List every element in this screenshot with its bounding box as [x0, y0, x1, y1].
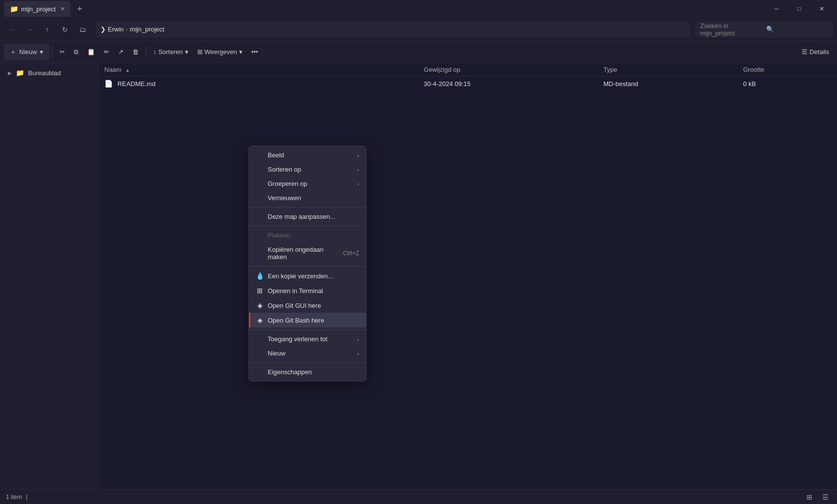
menu-item-label: Open Git GUI here: [268, 302, 321, 309]
tab-label: mijn_project: [21, 5, 56, 13]
window-controls: ─ □ ✕: [765, 0, 833, 18]
list-view-button[interactable]: ☰: [819, 491, 831, 503]
menu-item-label: Beeld: [268, 151, 284, 159]
menu-item-label: Nieuw: [268, 350, 285, 357]
submenu-arrow-icon: ›: [357, 181, 359, 187]
paste-icon: 📋: [87, 48, 95, 56]
delete-button[interactable]: 🗑: [128, 44, 143, 60]
status-bar: 1 item | ⊞ ☰: [0, 489, 837, 504]
menu-item-label: Plakken: [268, 232, 290, 239]
view-chevron-icon: ▾: [239, 48, 243, 56]
column-type[interactable]: Type: [597, 63, 737, 77]
menu-item-icon: ◈: [256, 301, 264, 309]
active-tab[interactable]: 📁 mijn_project ✕: [4, 1, 71, 17]
sidebar: ▶ 📁 Bureaublad: [0, 63, 98, 489]
toolbar: ＋ Nieuw ▾ ✂ ⧉ 📋 ✏ ↗ 🗑 ↕ Sorteren ▾ ⊞ Wee…: [0, 41, 837, 63]
tab-close-button[interactable]: ✕: [61, 6, 65, 12]
menu-item-eigenschappen[interactable]: Eigenschappen: [249, 365, 366, 379]
menu-separator: [249, 207, 366, 208]
maximize-button[interactable]: □: [788, 0, 810, 18]
sidebar-item-bureaublad[interactable]: ▶ 📁 Bureaublad: [2, 66, 96, 80]
menu-item-icon: ⊞: [256, 287, 264, 295]
submenu-arrow-icon: ›: [357, 336, 359, 342]
menu-item-openen-terminal[interactable]: ⊞ Openen in Terminal: [249, 283, 366, 298]
menu-item-vernieuwen[interactable]: Vernieuwen: [249, 191, 366, 205]
menu-item-icon: 💧: [256, 272, 264, 280]
menu-item-sorteren-op[interactable]: Sorteren op ›: [249, 162, 366, 177]
file-size-cell: 0 kB: [737, 77, 837, 91]
menu-item-toegang[interactable]: Toegang verlenen tot ›: [249, 332, 366, 346]
breadcrumb-expand: ❯: [100, 26, 106, 33]
file-area: Naam ▲ Gewijzigd op Type Grootte 📄 READM…: [98, 63, 837, 489]
grid-view-button[interactable]: ⊞: [804, 491, 815, 503]
file-name-cell: 📄 README.md: [98, 77, 418, 91]
status-left: 1 item |: [6, 494, 28, 501]
search-placeholder: Zoeken in mijn_project: [700, 22, 762, 37]
search-bar[interactable]: Zoeken in mijn_project 🔍: [695, 22, 833, 37]
file-icon: 📄: [104, 80, 113, 88]
cut-button[interactable]: ✂: [56, 44, 69, 60]
menu-separator: [249, 226, 366, 226]
menu-separator: [249, 362, 366, 363]
breadcrumb-current[interactable]: mijn_project: [130, 26, 164, 33]
menu-item-kopieren-ongedaan[interactable]: Kopiëren ongedaan maken Ctrl+Z: [249, 242, 366, 264]
main-area: ▶ 📁 Bureaublad Naam ▲ Gewijzigd op Type …: [0, 63, 837, 489]
new-label: Nieuw: [19, 48, 37, 56]
minimize-button[interactable]: ─: [765, 0, 788, 18]
copy-button[interactable]: ⧉: [70, 44, 82, 60]
menu-item-groeperen-op[interactable]: Groeperen op ›: [249, 177, 366, 191]
details-button[interactable]: ☰ Details: [798, 46, 833, 58]
new-tab-button[interactable]: +: [73, 2, 87, 16]
menu-item-label: Open Git Bash here: [268, 317, 324, 324]
context-menu: Beeld › Sorteren op › Groeperen op › Ver…: [248, 146, 367, 382]
details-icon: ☰: [802, 48, 807, 56]
new-button[interactable]: ＋ Nieuw ▾: [4, 44, 49, 60]
table-row[interactable]: 📄 README.md 30-4-2024 09:15 MD-bestand 0…: [98, 77, 837, 91]
highlight-bar: [249, 313, 250, 327]
sort-icon: ↕: [153, 48, 156, 56]
close-button[interactable]: ✕: [810, 0, 833, 18]
sidebar-item-label: Bureaublad: [28, 69, 61, 77]
rename-icon: ✏: [104, 48, 109, 56]
more-icon: •••: [251, 48, 258, 56]
column-modified[interactable]: Gewijzigd op: [418, 63, 597, 77]
breadcrumb-separator: ›: [126, 26, 128, 33]
column-size[interactable]: Grootte: [737, 63, 837, 77]
menu-item-een-kopie[interactable]: 💧 Een kopie verzenden...: [249, 268, 366, 283]
column-name[interactable]: Naam ▲: [98, 63, 418, 77]
title-bar: 📁 mijn_project ✕ + ─ □ ✕: [0, 0, 837, 18]
folder-view-button[interactable]: 🗂: [75, 22, 91, 37]
more-button[interactable]: •••: [248, 44, 262, 60]
rename-button[interactable]: ✏: [100, 44, 113, 60]
menu-item-open-git-gui[interactable]: ◈ Open Git GUI here: [249, 298, 366, 313]
back-button[interactable]: ←: [4, 22, 20, 37]
view-label: Weergeven: [205, 48, 237, 56]
tab-area: 📁 mijn_project ✕ +: [4, 1, 765, 17]
menu-separator: [249, 329, 366, 330]
menu-item-label: Groeperen op: [268, 180, 307, 187]
breadcrumb[interactable]: ❯ Erwin › mijn_project: [95, 22, 690, 37]
tab-folder-icon: 📁: [10, 5, 18, 13]
menu-item-map-aanpassen[interactable]: Deze map aanpassen...: [249, 209, 366, 224]
paste-button[interactable]: 📋: [83, 44, 99, 60]
submenu-arrow-icon: ›: [357, 351, 359, 356]
view-button[interactable]: ⊞ Weergeven ▾: [193, 44, 247, 60]
status-right: ⊞ ☰: [804, 491, 831, 503]
menu-item-icon: ◈: [256, 316, 264, 324]
sort-indicator: ▲: [125, 67, 130, 73]
up-button[interactable]: ↑: [39, 22, 55, 37]
share-button[interactable]: ↗: [114, 44, 127, 60]
menu-item-nieuw[interactable]: Nieuw ›: [249, 346, 366, 360]
folder-icon: 📁: [16, 69, 24, 77]
menu-item-label: Sorteren op: [268, 166, 301, 173]
forward-button[interactable]: →: [22, 22, 37, 37]
menu-item-open-git-bash[interactable]: ◈ Open Git Bash here: [249, 313, 366, 327]
sort-chevron-icon: ▾: [185, 48, 188, 56]
menu-item-label: Toegang verlenen tot: [268, 335, 327, 343]
breadcrumb-root[interactable]: Erwin: [108, 26, 124, 33]
refresh-button[interactable]: ↻: [57, 22, 73, 37]
menu-item-beeld[interactable]: Beeld ›: [249, 148, 366, 162]
new-chevron-icon: ▾: [40, 48, 43, 56]
sort-button[interactable]: ↕ Sorteren ▾: [149, 44, 192, 60]
file-table: Naam ▲ Gewijzigd op Type Grootte 📄 READM…: [98, 63, 837, 90]
